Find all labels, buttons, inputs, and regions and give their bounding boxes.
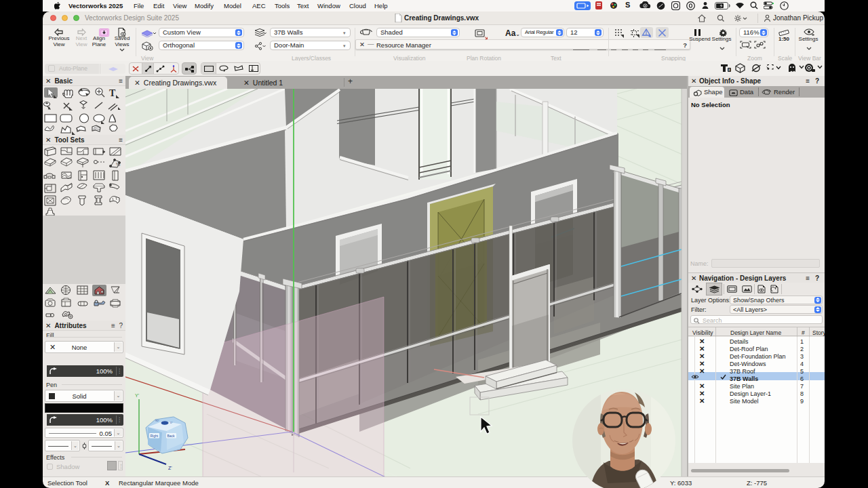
svg-text:8: 8 (728, 68, 730, 72)
svg-text:T: T (109, 88, 116, 98)
svg-text:Back: Back (167, 434, 176, 438)
svg-text:90°: 90° (155, 419, 159, 422)
svg-text:0°: 0° (170, 421, 173, 424)
svg-text:%: % (116, 162, 120, 167)
svg-text:Y': Y' (135, 393, 139, 398)
svg-text:Right: Right (151, 434, 159, 438)
svg-text:Z': Z' (168, 466, 172, 470)
